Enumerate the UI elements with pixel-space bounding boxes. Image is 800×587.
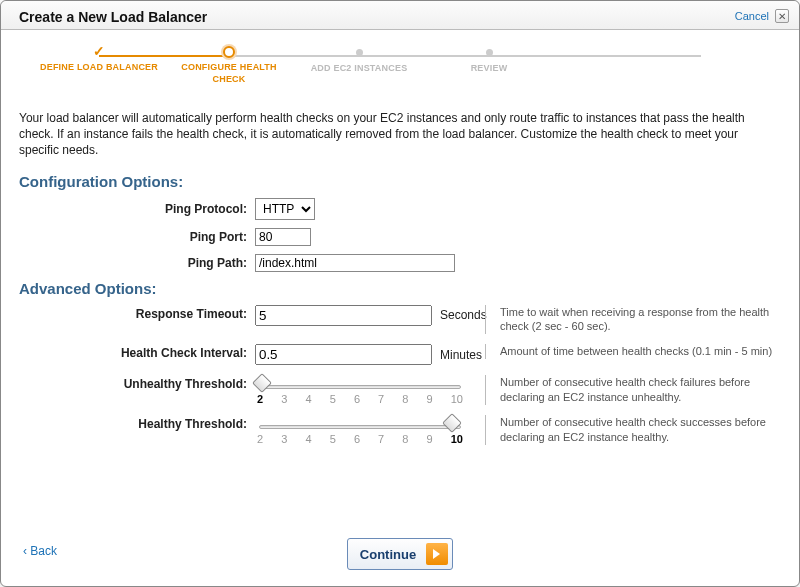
step-configure-health-check[interactable]: CONFIGURE HEALTH CHECK <box>169 46 289 85</box>
row-ping-protocol: Ping Protocol: HTTP <box>19 198 781 220</box>
current-step-icon <box>223 46 235 58</box>
unhealthy-help: Number of consecutive health check failu… <box>485 375 781 405</box>
pending-step-icon <box>486 49 493 56</box>
ping-protocol-select[interactable]: HTTP <box>255 198 315 220</box>
slider-handle-icon[interactable] <box>442 413 462 433</box>
slider-tick: 3 <box>281 393 287 405</box>
slider-tick: 8 <box>402 433 408 445</box>
advanced-heading: Advanced Options: <box>19 280 781 297</box>
slider-tick: 9 <box>427 393 433 405</box>
ping-port-input[interactable] <box>255 228 311 246</box>
unhealthy-slider[interactable]: 2345678910 <box>255 375 465 405</box>
slider-track <box>259 385 461 389</box>
config-heading: Configuration Options: <box>19 173 781 190</box>
slider-tick: 7 <box>378 433 384 445</box>
dialog-close-group: Cancel ✕ <box>735 9 789 23</box>
step-label: DEFINE LOAD BALANCER <box>40 62 158 72</box>
dialog-footer: ‹ Back Continue <box>1 524 799 586</box>
response-timeout-label: Response Timeout: <box>19 305 255 321</box>
healthy-control: 2345678910 <box>255 415 485 445</box>
pending-step-icon <box>356 49 363 56</box>
intro-text: Your load balancer will automatically pe… <box>19 110 781 159</box>
response-timeout-input[interactable] <box>255 305 432 326</box>
dialog: Create a New Load Balancer Cancel ✕ ✓ DE… <box>0 0 800 587</box>
cancel-link[interactable]: Cancel <box>735 10 769 22</box>
arrow-right-icon <box>426 543 448 565</box>
slider-track <box>259 425 461 429</box>
slider-tick: 3 <box>281 433 287 445</box>
slider-tick: 10 <box>451 433 463 445</box>
row-unhealthy-threshold: Unhealthy Threshold: 2345678910 Number o… <box>19 375 781 405</box>
dialog-title: Create a New Load Balancer <box>19 9 207 25</box>
slider-tick: 6 <box>354 393 360 405</box>
slider-tick: 4 <box>305 433 311 445</box>
step-label: REVIEW <box>471 63 508 73</box>
slider-tick: 5 <box>330 433 336 445</box>
healthy-label: Healthy Threshold: <box>19 415 255 431</box>
ping-port-label: Ping Port: <box>19 230 255 244</box>
interval-control: Minutes <box>255 344 485 365</box>
slider-ticks: 2345678910 <box>255 433 465 445</box>
step-label: CONFIGURE HEALTH CHECK <box>181 62 277 84</box>
response-timeout-control: Seconds <box>255 305 485 326</box>
slider-tick: 10 <box>451 393 463 405</box>
slider-tick: 8 <box>402 393 408 405</box>
interval-help: Amount of time between health checks (0.… <box>485 344 781 359</box>
wizard-stepper: ✓ DEFINE LOAD BALANCER CONFIGURE HEALTH … <box>39 46 761 96</box>
slider-tick: 5 <box>330 393 336 405</box>
step-label: ADD EC2 INSTANCES <box>311 63 408 73</box>
slider-tick: 2 <box>257 433 263 445</box>
unhealthy-label: Unhealthy Threshold: <box>19 375 255 391</box>
checkmark-icon: ✓ <box>93 46 105 58</box>
step-define-load-balancer[interactable]: ✓ DEFINE LOAD BALANCER <box>39 46 159 74</box>
continue-button-label: Continue <box>360 547 416 562</box>
row-health-check-interval: Health Check Interval: Minutes Amount of… <box>19 344 781 365</box>
row-response-timeout: Response Timeout: Seconds Time to wait w… <box>19 305 781 335</box>
row-healthy-threshold: Healthy Threshold: 2345678910 Number of … <box>19 415 781 445</box>
unhealthy-control: 2345678910 <box>255 375 485 405</box>
slider-ticks: 2345678910 <box>255 393 465 405</box>
dialog-body: ✓ DEFINE LOAD BALANCER CONFIGURE HEALTH … <box>1 30 799 524</box>
interval-input[interactable] <box>255 344 432 365</box>
ping-protocol-label: Ping Protocol: <box>19 202 255 216</box>
slider-handle-icon[interactable] <box>252 373 272 393</box>
response-timeout-unit: Seconds <box>440 308 487 322</box>
slider-tick: 7 <box>378 393 384 405</box>
dialog-header: Create a New Load Balancer Cancel ✕ <box>1 1 799 30</box>
slider-tick: 6 <box>354 433 360 445</box>
interval-label: Health Check Interval: <box>19 344 255 360</box>
row-ping-path: Ping Path: <box>19 254 781 272</box>
interval-unit: Minutes <box>440 348 482 362</box>
row-ping-port: Ping Port: <box>19 228 781 246</box>
continue-button[interactable]: Continue <box>347 538 453 570</box>
close-icon[interactable]: ✕ <box>775 9 789 23</box>
healthy-slider[interactable]: 2345678910 <box>255 415 465 445</box>
slider-tick: 9 <box>427 433 433 445</box>
response-timeout-help: Time to wait when receiving a response f… <box>485 305 781 335</box>
step-add-ec2-instances[interactable]: ADD EC2 INSTANCES <box>299 46 419 75</box>
back-link[interactable]: ‹ Back <box>23 544 57 558</box>
slider-tick: 2 <box>257 393 263 405</box>
healthy-help: Number of consecutive health check succe… <box>485 415 781 445</box>
step-review[interactable]: REVIEW <box>429 46 549 75</box>
ping-path-label: Ping Path: <box>19 256 255 270</box>
ping-path-input[interactable] <box>255 254 455 272</box>
slider-tick: 4 <box>305 393 311 405</box>
